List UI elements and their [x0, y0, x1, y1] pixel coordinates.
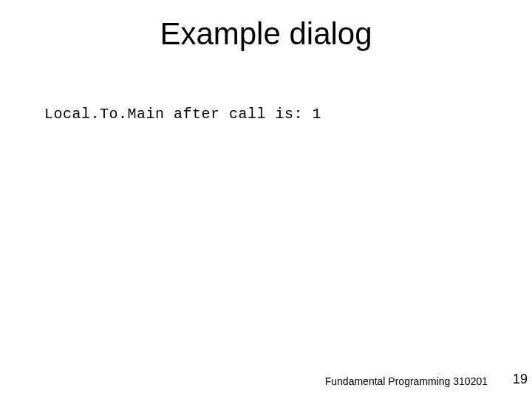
slide: Example dialog Local.To.Main after call …: [0, 0, 532, 399]
slide-title: Example dialog: [0, 16, 532, 52]
slide-body-text: Local.To.Main after call is: 1: [44, 106, 321, 123]
page-number: 19: [513, 372, 528, 387]
footer-course-text: Fundamental Programming 310201: [325, 375, 488, 387]
